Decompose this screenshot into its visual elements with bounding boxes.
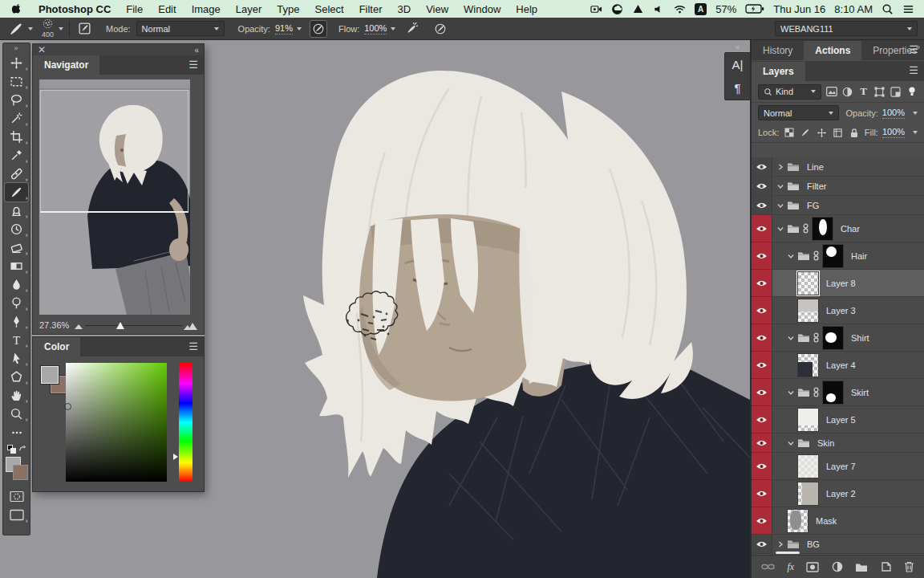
layer-thumbnail[interactable] [797,271,819,295]
toolbar-expand-icon[interactable]: » [14,43,18,54]
layer-row-line[interactable]: Line [752,157,924,177]
more-tools-button[interactable] [5,423,28,442]
menu-help[interactable]: Help [516,3,537,15]
menu-bar-time[interactable]: 8:10 AM [834,3,873,15]
pen-tool[interactable] [5,312,28,331]
filter-toggle-icon[interactable] [906,85,918,98]
rectangular-marquee-tool[interactable] [5,72,28,91]
filter-pixel-layers-icon[interactable] [825,85,837,98]
layer-visibility-eye-icon[interactable] [752,434,772,452]
layer-row-layer-5[interactable]: Layer 5 [752,406,924,434]
menu-image[interactable]: Image [192,3,221,15]
tab-layers[interactable]: Layers [752,62,805,81]
lock-artboard-icon[interactable] [832,126,844,139]
volume-icon[interactable] [653,3,665,15]
brush-preset-caret[interactable] [59,27,63,31]
dock-collapse-icon[interactable]: « [724,43,751,52]
menu-filter[interactable]: Filter [359,3,383,15]
airbrush-toggle[interactable] [403,20,420,38]
shape-tool[interactable] [5,368,28,386]
layer-visibility-eye-icon[interactable] [752,453,772,479]
zoom-tool[interactable] [5,405,28,423]
layer-name[interactable]: Shirt [851,333,869,343]
layer-visibility-eye-icon[interactable] [752,157,772,176]
tab-history[interactable]: History [752,41,804,60]
layer-visibility-eye-icon[interactable] [752,196,772,214]
menu-bar-date[interactable]: Thu Jun 16 [773,3,825,15]
layer-name[interactable]: Skirt [851,388,869,397]
eraser-tool[interactable] [5,238,28,257]
menu-select[interactable]: Select [314,3,343,15]
lock-pixels-icon[interactable] [800,126,812,139]
layer-opacity-caret[interactable] [913,112,918,115]
move-tool[interactable] [5,54,28,72]
layer-row-shirt[interactable]: Shirt [752,324,924,352]
menu-view[interactable]: View [426,3,448,15]
paragraph-panel-icon[interactable]: ¶ [725,76,750,100]
pressure-opacity-toggle[interactable] [310,20,327,38]
layer-name[interactable]: FG [807,201,819,210]
layer-row-char[interactable]: Char [752,215,924,242]
layer-opacity-value[interactable]: 100% [882,108,905,119]
layer-visibility-eye-icon[interactable] [752,507,772,534]
google-drive-icon[interactable] [632,3,644,15]
layer-visibility-eye-icon[interactable] [752,242,772,269]
lock-all-icon[interactable] [848,126,860,139]
layer-row-skirt[interactable]: Skirt [752,379,924,406]
layer-thumbnail[interactable] [797,482,819,506]
layer-row-skin[interactable]: Skin [752,434,924,453]
lock-position-icon[interactable] [816,126,828,139]
background-color-swatch[interactable] [13,465,28,480]
opacity-value[interactable]: 91% [275,23,293,35]
layer-visibility-eye-icon[interactable] [752,379,772,405]
layer-filter-select[interactable]: Kind [758,84,821,100]
panel-menu-icon[interactable]: ☰ [188,59,198,70]
layer-thumbnail[interactable] [797,454,819,478]
navigator-zoom-slider[interactable] [74,320,197,330]
character-panel-icon[interactable]: A| [725,53,750,76]
layer-visibility-eye-icon[interactable] [752,480,772,507]
navigator-proxy-view[interactable] [40,90,188,213]
panel-collapse-icon[interactable]: « [194,46,199,55]
layer-name[interactable]: Hair [851,251,867,261]
new-adjustment-layer-icon[interactable] [832,561,843,572]
history-brush-tool[interactable] [5,220,28,238]
panel-menu-icon[interactable]: ☰ [188,341,198,352]
layer-name[interactable]: BG [807,539,820,549]
layer-name[interactable]: Char [841,224,860,234]
type-tool[interactable]: T [5,331,28,349]
layer-name[interactable]: Layer 5 [826,415,856,425]
flow-caret[interactable] [391,27,395,31]
screen-record-icon[interactable] [590,3,602,15]
filter-type-layers-icon[interactable]: T [857,85,869,98]
layer-row-filter[interactable]: Filter [752,177,924,196]
group-mask-thumbnail[interactable] [822,326,844,350]
wifi-icon[interactable] [674,3,686,15]
menu-layer[interactable]: Layer [236,3,262,15]
dock-collapse-chevron[interactable]: » [915,43,920,51]
link-layers-icon[interactable] [761,562,775,572]
menu-3d[interactable]: 3D [398,3,411,15]
zoom-slider-thumb[interactable] [116,321,124,329]
layer-fill-caret[interactable] [913,131,918,134]
panel-menu-icon[interactable]: ☰ [909,65,918,75]
layer-name[interactable]: Layer 8 [826,279,856,288]
zoom-out-icon[interactable] [74,322,83,330]
lasso-tool[interactable] [5,91,28,109]
layer-name[interactable]: Layer 7 [826,462,856,471]
layer-row-mask[interactable]: Mask [752,507,924,535]
layer-visibility-eye-icon[interactable] [752,177,772,195]
apple-icon[interactable] [11,3,23,15]
layer-name[interactable]: Layer 2 [826,489,856,499]
panel-close-icon[interactable]: ✕ [38,44,46,55]
menu-window[interactable]: Window [464,3,500,15]
filter-shape-layers-icon[interactable] [873,85,886,98]
group-mask-thumbnail[interactable] [822,244,844,268]
layer-name[interactable]: Filter [807,181,826,191]
app-name[interactable]: Photoshop CC [38,3,111,15]
new-layer-icon[interactable] [881,561,892,572]
tab-actions[interactable]: Actions [804,41,861,60]
layer-style-icon[interactable]: fx [787,561,794,573]
color-panel-foreground-swatch[interactable] [41,366,59,384]
zoom-in-icon[interactable] [184,321,197,331]
